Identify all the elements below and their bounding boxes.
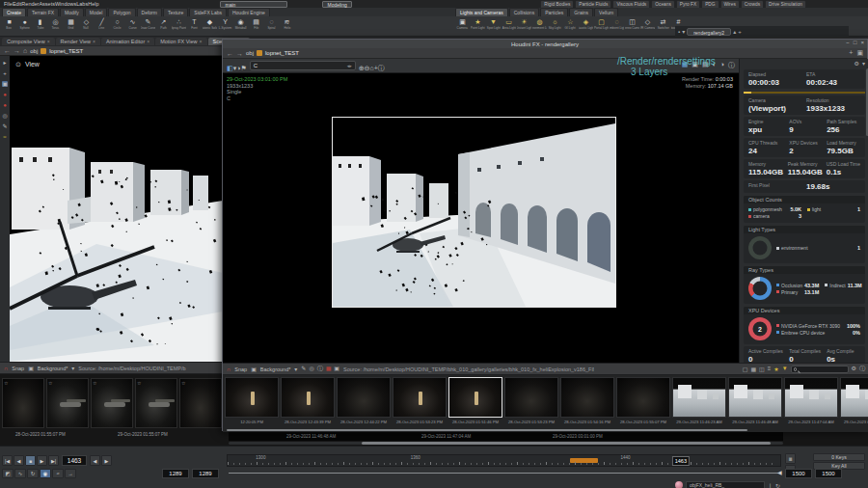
- move-tool-icon[interactable]: +: [3, 70, 7, 76]
- shelf-tab-terrain-fx[interactable]: Terrain FX: [27, 8, 59, 16]
- close-icon[interactable]: ×: [147, 39, 149, 44]
- tool-switcher[interactable]: ⇄Switcher: [656, 17, 670, 30]
- range-slider[interactable]: [229, 473, 778, 474]
- step-forward-button[interactable]: ▶: [101, 455, 112, 466]
- close-icon[interactable]: ×: [200, 39, 203, 44]
- snap-tool-icon[interactable]: ▣: [2, 81, 8, 87]
- shelf-tab-pdg[interactable]: PDG: [701, 0, 719, 8]
- render-thumbnail[interactable]: [616, 377, 670, 418]
- shelf-tab-wires[interactable]: Wires: [720, 0, 740, 8]
- prev-frame-button[interactable]: ◀: [14, 455, 24, 466]
- filmstrip-item[interactable]: 29-Oct-2023 03:01:00 PM: [840, 377, 868, 432]
- draw-tool-icon[interactable]: ✎: [2, 123, 7, 129]
- display-mode-icon[interactable]: ◧: [227, 65, 233, 71]
- view-list-icon[interactable]: ≡: [768, 366, 772, 372]
- shelf-tab-viscous-fluids[interactable]: Viscous Fluids: [612, 0, 650, 8]
- range-end-field[interactable]: 1500: [785, 469, 812, 478]
- tool-draw-curve[interactable]: ✎Draw Curve: [141, 17, 155, 35]
- menu-labs[interactable]: Labs: [76, 1, 88, 7]
- view-single-icon[interactable]: ▢: [743, 366, 748, 372]
- menu-edit[interactable]: Edit: [13, 1, 21, 7]
- filmstrip-item[interactable]: 29-Oct-2023 11:46:48 AM: [728, 377, 782, 432]
- simulation-toggle[interactable]: ≈: [52, 469, 64, 478]
- shelf-tab-collisions[interactable]: Collisions: [509, 8, 539, 16]
- desktop-select[interactable]: Modeling: [322, 1, 351, 8]
- pane-icon[interactable]: ▪: [678, 29, 680, 35]
- info-icon[interactable]: ⓘ: [378, 65, 385, 71]
- background-select[interactable]: Background*: [38, 366, 68, 371]
- range-start-field[interactable]: 1289: [162, 469, 189, 478]
- filmstrip-item[interactable]: 29-Oct-2023 11:47:04 AM: [784, 377, 838, 432]
- filter-funnel-icon[interactable]: ▼: [782, 366, 788, 372]
- view-mode-icon[interactable]: ⊙: [15, 62, 21, 68]
- render-thumbnail[interactable]: [840, 377, 868, 418]
- node-path-field[interactable]: objFX_heli_RB_: [686, 481, 765, 488]
- menu-render[interactable]: Render: [21, 1, 39, 7]
- filmstrip-item[interactable]: 28-Oct-2023 12:43:39 PM: [281, 377, 335, 432]
- background-icon[interactable]: ▣: [251, 366, 257, 372]
- minimize-icon[interactable]: −: [846, 40, 850, 45]
- render-thumbnail[interactable]: [281, 377, 335, 418]
- tool-path[interactable]: ↗Path: [156, 17, 171, 35]
- shelf-tab-texture[interactable]: Texture: [163, 8, 188, 16]
- channel-select[interactable]: C ◂▸: [250, 61, 356, 70]
- step-back-button[interactable]: ◀: [90, 455, 100, 466]
- tool-stereo-camera[interactable]: ◫Stereo Camera: [625, 17, 639, 30]
- tool-l-system[interactable]: YL-System: [218, 17, 232, 35]
- spinner-icon[interactable]: ◂▸: [347, 63, 352, 68]
- render-thumbnail[interactable]: ☆: [2, 378, 44, 428]
- tool-gi-light[interactable]: ☆GI Light: [563, 17, 578, 30]
- render-thumbnail[interactable]: [728, 377, 782, 418]
- step-mode-toggle[interactable]: →: [65, 469, 76, 478]
- tool-curve[interactable]: ∿Curve: [125, 17, 140, 35]
- gallery-search-input[interactable]: [791, 366, 849, 373]
- tool-tube[interactable]: ▮Tube: [33, 17, 47, 35]
- filmstrip-item[interactable]: 28-Oct-2023 12:44:22 PM: [337, 377, 391, 432]
- gamma-icon[interactable]: ◑: [720, 61, 724, 70]
- chevron-down-icon[interactable]: ▾: [862, 60, 865, 67]
- pane-tab-animation-editor[interactable]: Animation Editor×: [101, 38, 154, 45]
- shelf-tab-drive-simulation[interactable]: Drive Simulation: [765, 0, 806, 8]
- display-flag-icon[interactable]: ◎: [2, 113, 7, 119]
- render-thumbnail[interactable]: ☆: [46, 378, 89, 428]
- info-icon[interactable]: ⓘ: [317, 365, 323, 373]
- tool-font[interactable]: TFont: [187, 17, 202, 35]
- shelf-tab-model[interactable]: Model: [85, 8, 108, 16]
- magnet-icon[interactable]: ∩: [227, 366, 231, 372]
- star-icon[interactable]: ☆: [137, 380, 141, 386]
- audio-toggle[interactable]: ∿: [14, 469, 26, 478]
- tool-caustic-light[interactable]: ◈Caustic Light: [579, 17, 593, 30]
- shelf-tab-create[interactable]: Create: [2, 8, 26, 16]
- realtime-toggle[interactable]: ◩: [2, 469, 14, 478]
- render-thumbnail[interactable]: [448, 377, 502, 418]
- tool-box[interactable]: ■Box: [2, 17, 16, 35]
- back-icon[interactable]: ←: [227, 50, 233, 57]
- current-frame-field[interactable]: 1463: [62, 455, 87, 466]
- view-split-icon[interactable]: ◫: [759, 366, 765, 372]
- range-start-sub-field[interactable]: 1289: [192, 469, 219, 478]
- shelf-tab-oceans[interactable]: Oceans: [651, 0, 675, 8]
- shelf-tab-lights-and-cameras[interactable]: Lights and Cameras: [455, 8, 508, 16]
- filmstrip-item[interactable]: 28-Oct-2023 01:54:16 PM: [560, 377, 614, 432]
- follow-playhead-toggle[interactable]: ◉: [40, 469, 51, 478]
- render-thumbnail[interactable]: ☆: [91, 378, 133, 428]
- close-icon[interactable]: ×: [93, 39, 95, 44]
- shelf-tab-polygon[interactable]: Polygon: [108, 8, 135, 16]
- tool-environment-light[interactable]: ◍Environment Light: [532, 17, 547, 30]
- render-thumbnail[interactable]: ☆: [179, 378, 222, 428]
- filmstrip-item[interactable]: 28-Oct-2023 01:53:23 PM: [393, 377, 447, 432]
- filmstrip-item[interactable]: 12:20:05 PM: [225, 377, 279, 432]
- filmstrip-item[interactable]: 28-Oct-2023 01:55:07 PM: [616, 377, 670, 432]
- settings-icon[interactable]: ⚙: [852, 365, 856, 373]
- render-view[interactable]: 29-Oct-2023 03:01:00 PM 1933x1233 Single…: [223, 73, 739, 363]
- shelf-tab-pyro-fx[interactable]: Pyro FX: [676, 0, 700, 8]
- menu-file[interactable]: File: [4, 1, 13, 7]
- home-icon[interactable]: ⌂: [23, 47, 27, 54]
- render-flag-icon[interactable]: ●: [3, 92, 7, 97]
- shelf-tab-grains[interactable]: Grains: [569, 8, 593, 16]
- path-node[interactable]: lopnet_TEST: [49, 48, 83, 54]
- tool-line[interactable]: ╱Line: [95, 17, 109, 35]
- render-thumbnail[interactable]: ☆: [135, 378, 177, 428]
- shelf-tab-sidefx-labs[interactable]: SideFX Labs: [189, 8, 227, 16]
- camera-icon[interactable]: ▣: [856, 49, 863, 57]
